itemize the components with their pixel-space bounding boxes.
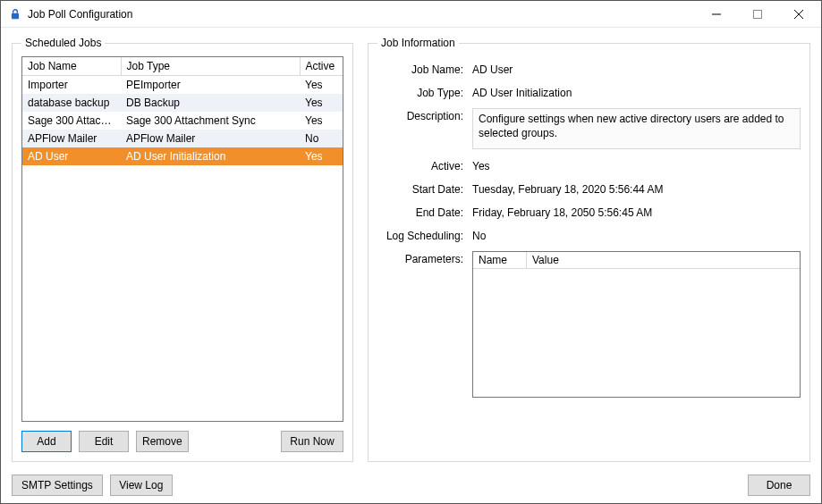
jobs-table[interactable]: Job Name Job Type Active ImporterPEImpor… [22, 57, 343, 165]
value-job-name: AD User [472, 62, 801, 76]
table-cell-active: Yes [300, 147, 343, 165]
svg-rect-0 [12, 13, 19, 18]
jobs-header-type[interactable]: Job Type [121, 57, 300, 76]
table-row[interactable]: database backupDB BackupYes [22, 94, 343, 112]
job-information-group: Job Information Job Name: AD User Job Ty… [368, 37, 810, 462]
table-cell-type: Sage 300 Attachment Sync [121, 112, 300, 130]
value-description: Configure settings when new active direc… [472, 108, 801, 149]
table-cell-name: database backup [22, 94, 121, 112]
value-active: Yes [472, 158, 801, 172]
table-cell-type: AD User Initialization [121, 147, 300, 165]
job-information-legend: Job Information [377, 37, 459, 49]
table-row[interactable]: AD UserAD User InitializationYes [22, 147, 343, 165]
svg-rect-2 [754, 10, 762, 18]
jobs-header-name[interactable]: Job Name [22, 57, 121, 76]
label-end-date: End Date: [377, 205, 463, 219]
table-cell-active: Yes [300, 112, 343, 130]
table-cell-active: No [300, 130, 343, 147]
scheduled-jobs-legend: Scheduled Jobs [21, 37, 105, 49]
value-start-date: Tuesday, February 18, 2020 5:56:44 AM [472, 181, 801, 196]
label-active: Active: [377, 158, 463, 172]
titlebar: Job Poll Configuration [1, 1, 821, 28]
table-cell-active: Yes [300, 76, 343, 95]
table-row[interactable]: Sage 300 Attach syncSage 300 Attachment … [22, 112, 343, 130]
table-row[interactable]: APFlow MailerAPFlow MailerNo [22, 130, 343, 147]
table-cell-type: DB Backup [121, 94, 300, 112]
value-log-scheduling: No [472, 228, 801, 242]
table-cell-name: Importer [22, 76, 121, 95]
jobs-table-container: Job Name Job Type Active ImporterPEImpor… [21, 56, 343, 422]
view-log-button[interactable]: View Log [110, 475, 173, 496]
content-area: Scheduled Jobs Job Name Job Type Active [1, 28, 821, 503]
parameters-table[interactable]: Name Value [472, 251, 801, 398]
label-job-name: Job Name: [377, 62, 463, 76]
parameters-header-value[interactable]: Value [527, 252, 800, 268]
label-parameters: Parameters: [377, 251, 463, 265]
label-job-type: Job Type: [377, 85, 463, 99]
parameters-header-name[interactable]: Name [473, 252, 527, 268]
table-cell-type: APFlow Mailer [121, 130, 300, 147]
maximize-button[interactable] [737, 1, 778, 28]
table-cell-name: APFlow Mailer [22, 130, 121, 147]
run-now-button[interactable]: Run Now [281, 431, 343, 452]
done-button[interactable]: Done [748, 475, 810, 496]
table-cell-type: PEImporter [121, 76, 300, 95]
jobs-header-active[interactable]: Active [300, 57, 343, 76]
remove-button[interactable]: Remove [136, 431, 189, 452]
value-job-type: AD User Initialization [472, 85, 801, 99]
window-title: Job Poll Configuration [28, 8, 132, 21]
label-log-scheduling: Log Scheduling: [377, 228, 463, 242]
value-end-date: Friday, February 18, 2050 5:56:45 AM [472, 205, 801, 219]
close-button[interactable] [778, 1, 819, 28]
table-cell-active: Yes [300, 94, 343, 112]
table-cell-name: AD User [22, 147, 121, 165]
smtp-settings-button[interactable]: SMTP Settings [12, 475, 103, 496]
table-row[interactable]: ImporterPEImporterYes [22, 76, 343, 95]
table-cell-name: Sage 300 Attach sync [22, 112, 121, 130]
job-poll-config-window: Job Poll Configuration Scheduled Jobs [0, 0, 822, 504]
label-description: Description: [377, 108, 463, 122]
jobs-buttons-row: Add Edit Remove Run Now [21, 431, 343, 452]
bottom-buttons-row: SMTP Settings View Log Done [12, 475, 810, 496]
lock-icon [8, 7, 22, 21]
job-info-rows: Job Name: AD User Job Type: AD User Init… [377, 56, 801, 398]
add-button[interactable]: Add [21, 431, 72, 452]
label-start-date: Start Date: [377, 181, 463, 196]
edit-button[interactable]: Edit [79, 431, 129, 452]
scheduled-jobs-group: Scheduled Jobs Job Name Job Type Active [12, 37, 353, 462]
minimize-button[interactable] [696, 1, 737, 28]
